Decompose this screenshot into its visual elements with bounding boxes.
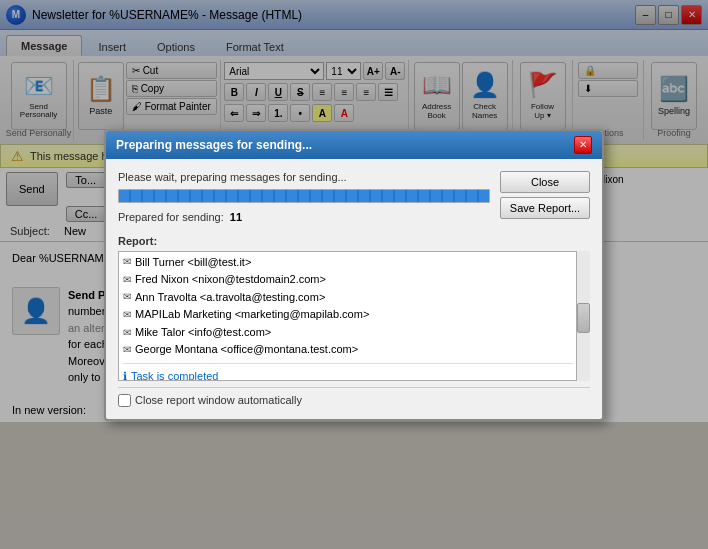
report-item-text-0: Bill Turner <bill@test.it> <box>135 254 251 272</box>
auto-close-checkbox-label[interactable]: Close report window automatically <box>118 394 302 407</box>
report-item-3: ✉ MAPILab Marketing <marketing@mapilab.c… <box>123 306 573 324</box>
report-item-text-5: George Montana <office@montana.test.com> <box>135 341 358 359</box>
modal-body: Please wait, preparing messages for send… <box>106 159 602 419</box>
modal-right: Close Save Report... <box>500 171 590 227</box>
report-item-text-4: Mike Talor <info@test.com> <box>135 324 271 342</box>
report-item-text-1: Fred Nixon <nixon@testdomain2.com> <box>135 271 326 289</box>
save-report-button[interactable]: Save Report... <box>500 197 590 219</box>
modal-footer: Close report window automatically <box>118 387 590 407</box>
modal-title-bar: Preparing messages for sending... ✕ <box>106 131 602 159</box>
progress-bar-container <box>118 189 490 203</box>
prepared-count: 11 <box>230 211 242 223</box>
report-item-icon-2: ✉ <box>123 289 131 305</box>
report-item-text-3: MAPILab Marketing <marketing@mapilab.com… <box>135 306 369 324</box>
prepared-row: Prepared for sending: 11 <box>118 211 490 223</box>
modal-status-text: Please wait, preparing messages for send… <box>118 171 490 183</box>
prepared-label: Prepared for sending: <box>118 211 224 223</box>
progress-bar-fill <box>119 190 489 202</box>
task-completed-row: ℹ Task is completed <box>123 368 573 380</box>
report-item-icon-0: ✉ <box>123 254 131 270</box>
report-list[interactable]: ✉ Bill Turner <bill@test.it> ✉ Fred Nixo… <box>118 251 590 381</box>
report-item-icon-3: ✉ <box>123 307 131 323</box>
report-label: Report: <box>118 235 590 247</box>
close-report-button[interactable]: Close <box>500 171 590 193</box>
report-item-0: ✉ Bill Turner <bill@test.it> <box>123 254 573 272</box>
modal-close-icon-button[interactable]: ✕ <box>574 136 592 154</box>
report-divider <box>123 363 573 364</box>
modal-left: Please wait, preparing messages for send… <box>118 171 490 227</box>
auto-close-label: Close report window automatically <box>135 394 302 406</box>
modal-title: Preparing messages for sending... <box>116 138 312 152</box>
task-completed-icon: ℹ <box>123 368 127 380</box>
report-item-5: ✉ George Montana <office@montana.test.co… <box>123 341 573 359</box>
report-item-1: ✉ Fred Nixon <nixon@testdomain2.com> <box>123 271 573 289</box>
report-item-icon-5: ✉ <box>123 342 131 358</box>
task-completed-text: Task is completed <box>131 368 218 380</box>
report-item-4: ✉ Mike Talor <info@test.com> <box>123 324 573 342</box>
report-item-2: ✉ Ann Travolta <a.travolta@testing.com> <box>123 289 573 307</box>
scrollbar-thumb <box>577 303 590 333</box>
report-item-icon-4: ✉ <box>123 325 131 341</box>
report-item-icon-1: ✉ <box>123 272 131 288</box>
report-container: ✉ Bill Turner <bill@test.it> ✉ Fred Nixo… <box>118 251 590 381</box>
report-scrollbar[interactable] <box>576 251 590 381</box>
modal-overlay: Preparing messages for sending... ✕ Plea… <box>0 0 708 549</box>
report-item-text-2: Ann Travolta <a.travolta@testing.com> <box>135 289 325 307</box>
modal-dialog: Preparing messages for sending... ✕ Plea… <box>104 129 604 421</box>
auto-close-checkbox[interactable] <box>118 394 131 407</box>
modal-top-section: Please wait, preparing messages for send… <box>118 171 590 227</box>
